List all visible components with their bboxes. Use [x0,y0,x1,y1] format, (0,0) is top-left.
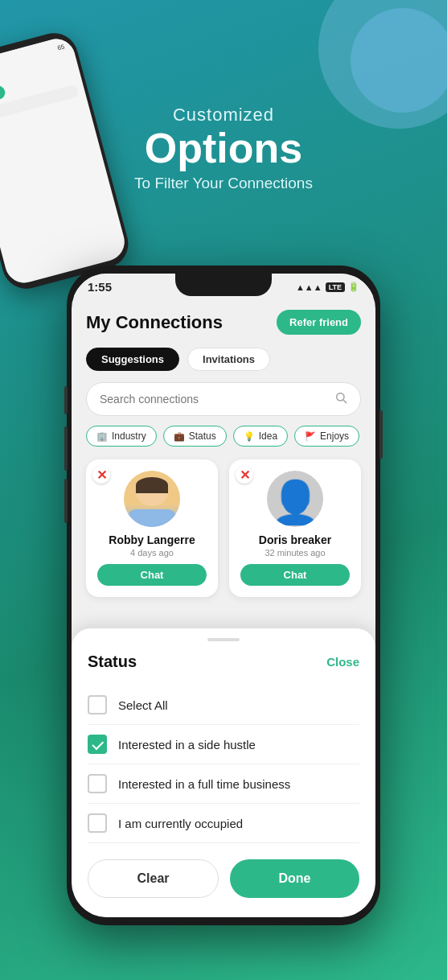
checkbox-row-1: Interested in a side hustle [88,725,359,764]
lte-badge: LTE [326,282,345,292]
connection-card-1: ✕ Robby Langerre 4 days ago Chat [86,459,218,597]
tab-suggestions[interactable]: Suggestions [86,348,179,371]
search-bar[interactable] [86,382,361,416]
chip-idea[interactable]: 💡 Idea [233,426,288,447]
phone-side-button-right [379,410,383,459]
remove-card-1-button[interactable]: ✕ [92,466,110,484]
chat-button-1[interactable]: Chat [97,564,207,586]
chip-idea-label: Idea [259,430,277,442]
avatar-doris: 👤 [267,471,323,527]
svg-line-1 [343,400,347,403]
app-content: My Connections Refer friend Suggestions … [72,297,375,597]
refer-friend-button[interactable]: Refer friend [277,310,361,335]
sheet-header: Status Close [88,653,359,671]
avatar-silhouette: 👤 [269,481,322,523]
tabs-row: Suggestions Invitations [86,348,361,371]
chip-industry-label: Industry [112,430,146,442]
chip-enjoys-label: Enjoys [320,430,349,442]
checkbox-row-0: Select All [88,686,359,725]
search-icon [334,391,347,407]
checkbox-label-1: Interested in a side hustle [118,738,256,751]
phone-screen: 1:55 ▲▲▲ LTE 🔋 My Connections Refer frie… [72,274,375,917]
cards-row: ✕ Robby Langerre 4 days ago Chat ✕ [86,459,361,597]
sheet-handle [207,638,240,641]
card-name-1: Robby Langerre [97,533,207,546]
status-icon: 💼 [174,431,185,442]
checkbox-label-2: Interested in a full time business [118,777,290,791]
chat-button-2[interactable]: Chat [240,564,350,586]
status-time: 1:55 [88,280,112,294]
status-icons: ▲▲▲ LTE 🔋 [296,282,359,292]
phone-side-button-left-3 [64,479,68,523]
checkbox-occupied[interactable] [88,813,107,833]
done-button[interactable]: Done [230,859,359,898]
card-time-2: 32 minutes ago [240,548,350,558]
phone-side-button-left-2 [64,426,68,471]
chip-industry[interactable]: 🏢 Industry [86,426,157,447]
industry-icon: 🏢 [96,431,108,442]
phone-notch [175,274,272,296]
checkbox-select-all[interactable] [88,695,107,714]
chip-status[interactable]: 💼 Status [163,426,227,447]
avatar-head [136,477,168,506]
header-customized: Customized [0,105,447,126]
checkbox-row-2: Interested in a full time business [88,764,359,804]
header-subtitle: To Filter Your Connections [0,175,447,192]
clear-button[interactable]: Clear [88,859,219,898]
app-header-row: My Connections Refer friend [86,310,361,335]
decorative-circle-inner [351,8,447,113]
checkbox-label-0: Select All [118,698,168,712]
checkbox-full-time[interactable] [88,774,107,793]
main-phone: 1:55 ▲▲▲ LTE 🔋 My Connections Refer frie… [67,266,380,925]
phone-side-button-left-1 [64,386,68,414]
tab-invitations[interactable]: Invitations [187,348,270,371]
chip-status-label: Status [189,430,216,442]
signal-icon: ▲▲▲ [296,282,322,292]
bottom-sheet: Status Close Select All Interested in a … [72,628,375,917]
sheet-actions: Clear Done [88,859,359,898]
chip-enjoys[interactable]: 🚩 Enjoys [294,426,359,447]
header-options: Options [0,126,447,171]
checkbox-row-3: I am currently occupied [88,804,359,843]
search-input[interactable] [100,393,334,406]
battery-icon: 🔋 [348,282,359,292]
enjoys-icon: 🚩 [305,431,316,442]
sheet-title: Status [88,653,137,671]
checkbox-side-hustle[interactable] [88,735,107,754]
connection-card-2: ✕ 👤 Doris breaker 32 minutes ago Chat [229,459,361,597]
avatar-hair [136,477,168,493]
header-section: Customized Options To Filter Your Connec… [0,105,447,192]
app-title: My Connections [86,312,223,333]
avatar-body [128,509,176,527]
filter-chips: 🏢 Industry 💼 Status 💡 Idea 🚩 Enjoys [86,426,361,447]
card-name-2: Doris breaker [240,533,350,546]
idea-icon: 💡 [244,431,255,442]
checkbox-label-3: I am currently occupied [118,817,243,830]
remove-card-2-button[interactable]: ✕ [236,466,253,484]
avatar-robby [124,471,180,527]
card-time-1: 4 days ago [97,548,207,558]
sheet-close-button[interactable]: Close [326,655,359,669]
